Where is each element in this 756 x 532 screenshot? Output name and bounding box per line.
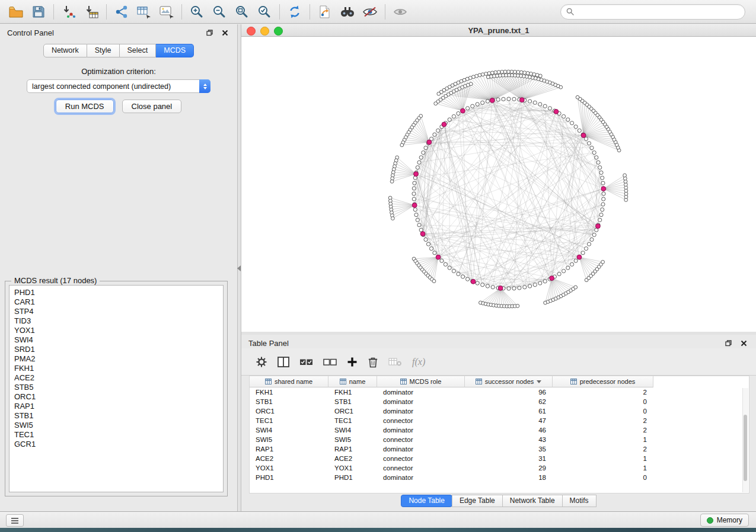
splitter-collapse-icon[interactable] — [237, 265, 241, 271]
run-mcds-button[interactable]: Run MCDS — [56, 100, 114, 113]
import-table-file-button[interactable] — [80, 2, 103, 21]
column-header-predecessor-nodes[interactable]: predecessor nodes — [553, 376, 653, 387]
network-leaf-node[interactable] — [490, 71, 494, 75]
network-node[interactable] — [523, 286, 527, 289]
network-node[interactable] — [562, 269, 566, 273]
network-node[interactable] — [595, 156, 598, 159]
network-node[interactable] — [598, 218, 602, 222]
network-node[interactable] — [587, 242, 591, 246]
network-node[interactable] — [566, 118, 570, 121]
network-leaf-node[interactable] — [432, 280, 436, 283]
network-leaf-node[interactable] — [497, 70, 500, 74]
mcds-result-item[interactable]: CAR1 — [14, 297, 223, 307]
network-leaf-node[interactable] — [623, 174, 627, 177]
delete-entries-button[interactable] — [368, 356, 378, 368]
network-leaf-node[interactable] — [535, 73, 539, 77]
network-node[interactable] — [601, 181, 605, 185]
network-node[interactable] — [413, 181, 416, 185]
zoom-out-button[interactable] — [208, 2, 231, 21]
tab-select[interactable]: Select — [120, 44, 157, 57]
add-entry-button[interactable] — [347, 357, 358, 367]
network-hub-node[interactable] — [490, 98, 495, 103]
mcds-result-item[interactable]: GCR1 — [14, 440, 223, 449]
mcds-result-item[interactable]: FKH1 — [14, 364, 223, 373]
toggle-hide-button[interactable] — [359, 2, 381, 21]
network-node[interactable] — [578, 129, 581, 132]
network-node[interactable] — [471, 104, 474, 108]
network-node[interactable] — [486, 100, 489, 103]
table-scrollbar[interactable] — [742, 388, 748, 492]
network-node[interactable] — [419, 156, 423, 159]
network-hub-node[interactable] — [461, 108, 465, 113]
network-node[interactable] — [414, 213, 418, 217]
network-node[interactable] — [429, 247, 433, 251]
show-graphics-button[interactable] — [389, 2, 412, 21]
network-node[interactable] — [601, 176, 604, 180]
network-node[interactable] — [502, 97, 505, 101]
network-leaf-node[interactable] — [507, 70, 511, 73]
network-node[interactable] — [548, 107, 551, 110]
network-node[interactable] — [496, 98, 500, 101]
network-node[interactable] — [452, 269, 455, 273]
network-node[interactable] — [590, 238, 594, 241]
table-row[interactable]: STB1STB1dominator620 — [250, 397, 749, 406]
network-node[interactable] — [566, 266, 570, 270]
tab-node-table[interactable]: Node Table — [401, 495, 452, 507]
table-row[interactable]: SWI4SWI4dominator462 — [250, 425, 749, 435]
network-node[interactable] — [512, 97, 516, 101]
column-header-successor-nodes[interactable]: successor nodes — [465, 376, 553, 387]
network-node[interactable] — [507, 97, 511, 101]
network-node[interactable] — [538, 281, 542, 285]
import-network-file-button[interactable] — [58, 2, 80, 21]
scrollbar-thumb[interactable] — [744, 415, 747, 481]
network-node[interactable] — [413, 208, 417, 211]
network-node[interactable] — [518, 286, 521, 290]
network-leaf-node[interactable] — [532, 73, 536, 76]
network-node[interactable] — [413, 176, 417, 180]
mcds-result-item[interactable]: YOX1 — [14, 326, 223, 335]
table-row[interactable]: FKH1FKH1dominator962 — [250, 387, 749, 397]
network-hub-node[interactable] — [554, 110, 559, 114]
float-panel-button[interactable] — [204, 27, 215, 38]
table-row[interactable]: RAP1RAP1dominator352 — [250, 444, 749, 454]
table-row[interactable]: ACE2ACE2connector311 — [250, 454, 749, 463]
network-node[interactable] — [448, 266, 451, 270]
network-hub-node[interactable] — [436, 255, 441, 259]
network-hub-node[interactable] — [601, 187, 606, 191]
mcds-result-item[interactable]: PHD1 — [14, 288, 223, 297]
network-node[interactable] — [452, 114, 455, 118]
network-node[interactable] — [601, 203, 605, 206]
sort-descending-icon[interactable] — [537, 380, 541, 383]
network-node[interactable] — [424, 146, 428, 150]
network-leaf-node[interactable] — [510, 70, 513, 73]
tab-motifs[interactable]: Motifs — [562, 495, 596, 507]
network-node[interactable] — [581, 251, 585, 255]
network-node[interactable] — [433, 133, 436, 136]
column-header-mcds-role[interactable]: MCDS role — [377, 376, 465, 387]
network-node[interactable] — [570, 121, 574, 125]
network-leaf-node[interactable] — [390, 180, 394, 183]
network-leaf-node[interactable] — [516, 305, 519, 308]
search-input[interactable] — [574, 7, 739, 17]
network-node[interactable] — [592, 233, 596, 236]
network-hub-node[interactable] — [420, 232, 425, 236]
network-node[interactable] — [440, 259, 444, 262]
network-hub-node[interactable] — [498, 286, 503, 291]
mcds-result-item[interactable]: STB5 — [14, 383, 223, 392]
network-node[interactable] — [416, 218, 419, 222]
network-node[interactable] — [412, 192, 416, 196]
mcds-result-item[interactable]: TEC1 — [14, 430, 223, 440]
table-row[interactable]: PHD1PHD1dominator180 — [250, 473, 749, 482]
network-node[interactable] — [491, 286, 495, 289]
status-menu-button[interactable] — [6, 514, 24, 527]
network-leaf-node[interactable] — [574, 286, 578, 289]
network-leaf-node[interactable] — [538, 74, 542, 78]
network-hub-node[interactable] — [550, 276, 554, 281]
mcds-result-item[interactable]: SWI4 — [14, 335, 223, 345]
network-leaf-node[interactable] — [519, 70, 523, 74]
column-header-shared-name[interactable]: shared name — [250, 376, 328, 387]
column-header-name[interactable]: name — [328, 376, 377, 387]
network-hub-node[interactable] — [442, 122, 446, 127]
network-leaf-node[interactable] — [486, 75, 490, 79]
refresh-view-button[interactable] — [283, 2, 306, 21]
